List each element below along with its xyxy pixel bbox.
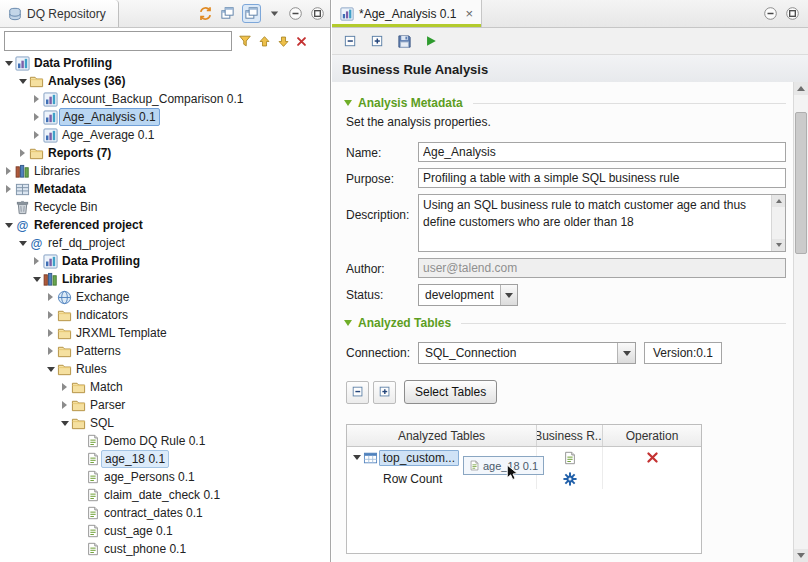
expander-spacer: [73, 504, 84, 522]
analyzed-tables-section-header[interactable]: Analyzed Tables: [344, 316, 786, 330]
name-input[interactable]: [418, 142, 786, 162]
expander-icon[interactable]: [31, 126, 42, 144]
tab-age-analysis[interactable]: *Age_Analysis 0.1 ×: [332, 0, 482, 27]
delete-row-icon[interactable]: [646, 451, 659, 464]
tree-item-age-18[interactable]: age_18 0.1: [0, 450, 330, 468]
scroll-up-icon[interactable]: [794, 82, 808, 95]
expander-icon[interactable]: [3, 180, 14, 198]
tree-item-cust-age[interactable]: cust_age 0.1: [0, 522, 330, 540]
collapse-all-button[interactable]: [340, 31, 360, 51]
save-button[interactable]: [394, 31, 414, 51]
move-up-icon[interactable]: [258, 35, 271, 48]
expander-icon[interactable]: [17, 72, 28, 90]
tree-item-patterns[interactable]: Patterns: [0, 342, 330, 360]
minimize-editor-icon[interactable]: [763, 6, 778, 21]
cascade-windows-icon[interactable]: [220, 6, 235, 21]
tree-item-account-backup-comparison[interactable]: Account_Backup_Comparison 0.1: [0, 90, 330, 108]
select-tables-button[interactable]: Select Tables: [404, 380, 497, 404]
description-scrollbar[interactable]: [771, 195, 785, 251]
expander-icon[interactable]: [3, 162, 14, 180]
expander-icon[interactable]: [31, 252, 42, 270]
tree-item-exchange[interactable]: Exchange: [0, 288, 330, 306]
tab-dq-repository[interactable]: DQ Repository: [0, 0, 119, 27]
scroll-down-icon[interactable]: [794, 549, 808, 562]
expander-icon[interactable]: [351, 449, 362, 467]
tree-item-cust-phone[interactable]: cust_phone 0.1: [0, 540, 330, 558]
tree-item-referenced-project[interactable]: Referenced project: [0, 216, 330, 234]
expand-tables-button[interactable]: [373, 381, 396, 404]
tree-item-indicators[interactable]: Indicators: [0, 306, 330, 324]
tree-item-ref-dq-project[interactable]: ref_dq_project: [0, 234, 330, 252]
expander-icon[interactable]: [45, 360, 56, 378]
repository-tree: Data Profiling Analyses (36) Account_Bac…: [0, 54, 330, 562]
tree-item-rules[interactable]: Rules: [0, 360, 330, 378]
expander-icon[interactable]: [3, 216, 14, 234]
repository-toolbar: [198, 0, 330, 27]
expander-icon[interactable]: [59, 378, 70, 396]
tree-item-age-analysis[interactable]: Age_Analysis 0.1: [0, 108, 330, 126]
chevron-down-icon[interactable]: [617, 343, 635, 363]
tree-item-match[interactable]: Match: [0, 378, 330, 396]
maximize-editor-icon[interactable]: [785, 6, 800, 21]
expander-icon[interactable]: [17, 144, 28, 162]
tree-item-contract-dates[interactable]: contract_dates 0.1: [0, 504, 330, 522]
name-field-row: Name:: [346, 142, 786, 162]
tree-item-libraries[interactable]: Libraries: [0, 162, 330, 180]
editor-corner-buttons: [763, 0, 808, 27]
scroll-up-icon[interactable]: [772, 195, 785, 207]
filter-icon[interactable]: [238, 34, 252, 48]
tree-item-demo-dq-rule[interactable]: Demo DQ Rule 0.1: [0, 432, 330, 450]
expander-icon[interactable]: [17, 234, 28, 252]
clear-filter-icon[interactable]: [296, 36, 307, 47]
expander-icon[interactable]: [45, 306, 56, 324]
move-down-icon[interactable]: [277, 35, 290, 48]
scrollbar-thumb[interactable]: [795, 112, 807, 254]
expander-icon[interactable]: [45, 324, 56, 342]
author-label: Author:: [346, 258, 418, 276]
tree-item-age-average[interactable]: Age_Average 0.1: [0, 126, 330, 144]
expand-all-button[interactable]: [367, 31, 387, 51]
close-tab-icon[interactable]: ×: [465, 7, 473, 20]
chevron-down-icon[interactable]: [500, 285, 517, 305]
maximize-view-icon[interactable]: [310, 6, 325, 21]
run-analysis-button[interactable]: [421, 31, 441, 51]
scroll-down-icon[interactable]: [772, 239, 785, 251]
status-select[interactable]: development: [418, 284, 518, 306]
purpose-input[interactable]: [418, 168, 786, 188]
tree-item-sql[interactable]: SQL: [0, 414, 330, 432]
tree-item-parser[interactable]: Parser: [0, 396, 330, 414]
expander-icon[interactable]: [31, 270, 42, 288]
expander-icon[interactable]: [45, 288, 56, 306]
tree-item-recycle-bin[interactable]: Recycle Bin: [0, 198, 330, 216]
repository-filter-input[interactable]: [4, 31, 232, 51]
tree-item-claim-date-check[interactable]: claim_date_check 0.1: [0, 486, 330, 504]
tree-item-reports[interactable]: Reports (7): [0, 144, 330, 162]
tree-item-data-profiling[interactable]: Data Profiling: [0, 54, 330, 72]
expander-icon[interactable]: [31, 108, 42, 126]
description-textarea[interactable]: Using an SQL business rule to match cust…: [418, 194, 786, 252]
view-menu-chevron-icon[interactable]: [268, 7, 281, 20]
tree-item-jrxml-template[interactable]: JRXML Template: [0, 324, 330, 342]
tree-item-analyses[interactable]: Analyses (36): [0, 72, 330, 90]
minimize-view-icon[interactable]: [288, 6, 303, 21]
analysis-metadata-section-header[interactable]: Analysis Metadata: [344, 96, 786, 110]
expander-icon[interactable]: [59, 396, 70, 414]
collapse-tables-button[interactable]: [346, 381, 369, 404]
tree-item-ref-data-profiling[interactable]: Data Profiling: [0, 252, 330, 270]
link-with-editor-icon[interactable]: [242, 4, 261, 23]
gear-icon[interactable]: [563, 472, 577, 486]
connection-select[interactable]: SQL_Connection: [418, 342, 636, 364]
refresh-icon[interactable]: [198, 6, 213, 21]
tree-item-ref-libraries[interactable]: Libraries: [0, 270, 330, 288]
sql-rule-icon: [84, 486, 101, 504]
editor-scrollbar[interactable]: [793, 82, 808, 562]
tree-item-age-persons[interactable]: age_Persons 0.1: [0, 468, 330, 486]
expander-icon[interactable]: [59, 414, 70, 432]
sql-rule-icon: [84, 522, 101, 540]
expander-icon[interactable]: [31, 90, 42, 108]
expander-icon[interactable]: [45, 342, 56, 360]
tree-item-metadata[interactable]: Metadata: [0, 180, 330, 198]
expander-icon[interactable]: [3, 54, 14, 72]
section-collapse-icon[interactable]: [344, 100, 352, 106]
section-collapse-icon[interactable]: [344, 320, 352, 326]
